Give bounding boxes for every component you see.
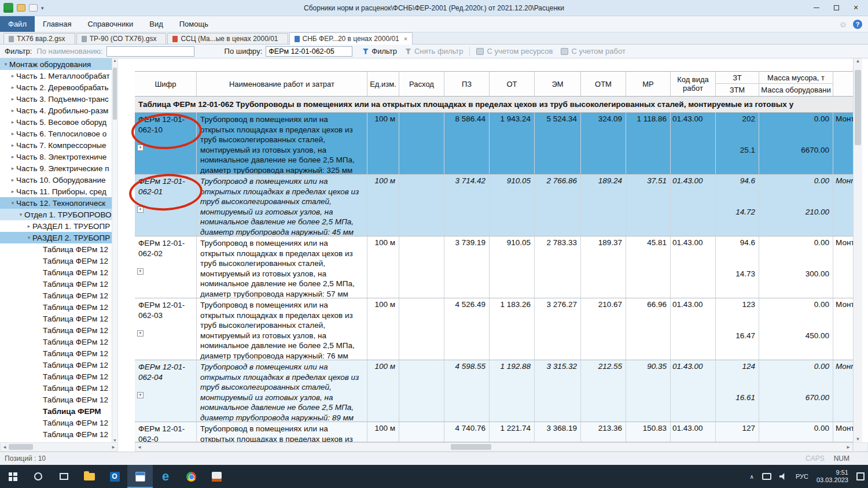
filter-by-name-input[interactable] xyxy=(106,46,194,57)
tree-item[interactable]: Таблица ФЕРм 12 xyxy=(0,347,112,359)
tray-chevron-icon[interactable]: ∧ xyxy=(750,474,754,480)
language-indicator[interactable]: РУС xyxy=(796,473,808,480)
table-scroll-right-icon[interactable]: ► xyxy=(846,445,851,450)
tree-expander-icon[interactable]: ▾ xyxy=(25,235,32,241)
tree-scroll-up-icon[interactable]: ▲ xyxy=(113,58,117,62)
tree-item[interactable]: Таблица ФЕРм 12 xyxy=(0,278,112,290)
tree-item[interactable]: Таблица ФЕРм 12 xyxy=(0,428,112,440)
estimate-file-button[interactable] xyxy=(204,465,229,488)
table-scroll-thumb[interactable] xyxy=(855,70,861,145)
tree-scroll-thumb[interactable] xyxy=(113,68,117,120)
tree-item[interactable]: ▸ РАЗДЕЛ 1. ТРУБОПР xyxy=(0,220,112,232)
tree-item[interactable]: ▾ Часть 12. Технологическ xyxy=(0,197,112,209)
tree-item[interactable]: ▸ Часть 8. Электротехниче xyxy=(0,151,112,162)
tree-item[interactable]: ▾ Отдел 1. ТРУБОПРОВО xyxy=(0,209,112,220)
table-scroll-left-icon[interactable]: ◄ xyxy=(135,445,142,450)
tree-hscroll-thumb[interactable] xyxy=(9,444,33,450)
tree-item[interactable]: Таблица ФЕРм 12 xyxy=(0,267,112,278)
table-horizontal-scrollbar[interactable]: ◄ ► xyxy=(135,442,853,452)
tree-item[interactable]: ▸ Часть 1. Металлообрабат xyxy=(0,70,112,82)
menu-item[interactable]: Справочники xyxy=(79,16,141,32)
tree-item[interactable]: ▸ Часть 9. Электрические п xyxy=(0,162,112,174)
document-tab[interactable]: ССЦ (Ма...ые в ценах 2000/01 xyxy=(167,33,288,44)
tree-item[interactable]: Таблица ФЕРм 12 xyxy=(0,290,112,301)
tree-expander-icon[interactable]: ▾ xyxy=(17,212,24,217)
tree-expander-icon[interactable]: ▸ xyxy=(9,142,16,148)
filter-by-code-input[interactable] xyxy=(266,46,352,57)
feedback-smiley-icon[interactable]: ☺ xyxy=(839,20,847,29)
tree-item[interactable]: Таблица ФЕРм 12 xyxy=(0,417,112,428)
with-resources-button[interactable]: С учетом ресурсов xyxy=(472,46,557,57)
chrome-button[interactable] xyxy=(178,465,204,488)
clock[interactable]: 9:51 03.03.2023 xyxy=(816,469,848,484)
tree-item[interactable]: Таблица ФЕРм 12 xyxy=(0,255,112,267)
tree-item[interactable]: Таблица ФЕРм 12 xyxy=(0,336,112,347)
expand-plus-icon[interactable]: + xyxy=(137,268,144,275)
tree-expander-icon[interactable]: ▾ xyxy=(2,61,9,67)
tree-expander-icon[interactable]: ▸ xyxy=(9,108,16,113)
tree-vertical-scrollbar[interactable]: ▲ ▼ xyxy=(112,58,117,442)
with-works-button[interactable]: С учетом работ xyxy=(557,46,629,57)
tree-expander-icon[interactable]: ▸ xyxy=(9,131,16,136)
qat-open-icon[interactable] xyxy=(17,4,25,12)
tree-scroll-left-icon[interactable]: ◄ xyxy=(1,445,7,450)
tree-item[interactable]: ▾ Монтаж оборудования xyxy=(0,58,112,70)
clear-filter-button[interactable]: Снять фильтр xyxy=(401,46,467,57)
tree-scroll-right-icon[interactable]: ► xyxy=(111,445,116,450)
tab-close-icon[interactable]: × xyxy=(404,35,407,42)
table-row[interactable]: ФЕРм 12-01-062-0 + Трубопровод в помещен… xyxy=(135,422,853,442)
table-scroll-down-icon[interactable]: ▼ xyxy=(854,437,862,442)
tree-item[interactable]: Таблица ФЕРм 12 xyxy=(0,371,112,382)
expand-plus-icon[interactable]: + xyxy=(137,392,144,398)
tree-item[interactable]: Таблица ФЕРм 12 xyxy=(0,324,112,336)
close-button[interactable]: ✕ xyxy=(846,1,866,15)
tree-expander-icon[interactable]: ▸ xyxy=(9,177,16,183)
search-button[interactable] xyxy=(25,465,51,488)
table-row[interactable]: ФЕРм 12-01-062-03 + Трубопровод в помеще… xyxy=(135,298,853,360)
tree-horizontal-scrollbar[interactable]: ◄ ► xyxy=(0,442,118,452)
volume-icon[interactable] xyxy=(779,473,788,480)
document-tab[interactable]: ТР-90 (СО ТХ76).gsx xyxy=(76,33,167,44)
tree-item[interactable]: ▾ РАЗДЕЛ 2. ТРУБОПР xyxy=(0,232,112,243)
tree-expander-icon[interactable]: ▸ xyxy=(9,73,16,79)
tree-expander-icon[interactable]: ▸ xyxy=(9,84,16,90)
display-icon[interactable] xyxy=(762,473,771,480)
menu-item[interactable]: Файл xyxy=(0,16,35,32)
tree-expander-icon[interactable]: ▸ xyxy=(9,154,16,160)
tree-item[interactable]: ▸ Часть 4. Дробильно-разм xyxy=(0,105,112,116)
start-button[interactable] xyxy=(0,465,25,488)
file-explorer-button[interactable] xyxy=(76,465,102,488)
tree-expander-icon[interactable]: ▾ xyxy=(9,200,16,206)
table-hscroll-thumb[interactable] xyxy=(451,444,491,450)
expand-plus-icon[interactable]: + xyxy=(137,206,144,213)
tree-item[interactable]: Таблица ФЕРм 12 xyxy=(0,382,112,394)
menu-item[interactable]: Вид xyxy=(141,16,171,32)
document-tab[interactable]: СНБ ФЕР...20 в ценах 2000/01 × xyxy=(289,32,413,45)
outlook-button[interactable]: O xyxy=(102,465,127,488)
tree-item[interactable]: Таблица ФЕРм 12 xyxy=(0,394,112,405)
tree-item[interactable]: Таблица ФЕРм 12 xyxy=(0,359,112,371)
tree-expander-icon[interactable]: ▸ xyxy=(9,188,16,194)
tree-item[interactable]: Таблица ФЕРм 12 xyxy=(0,313,112,324)
table-row[interactable]: ФЕРм 12-01-062-10 + Трубопровод в помеще… xyxy=(135,113,853,175)
document-tab[interactable]: ТХ76 вар.2.gsx xyxy=(3,33,75,44)
tree-expander-icon[interactable]: ▸ xyxy=(9,96,16,102)
edge-button[interactable]: e xyxy=(153,465,178,488)
tree-item[interactable]: ▸ Часть 5. Весовое оборуд xyxy=(0,116,112,128)
apply-filter-button[interactable]: Фильтр xyxy=(358,46,401,57)
menu-item[interactable]: Главная xyxy=(35,16,79,32)
expand-plus-icon[interactable]: + xyxy=(137,330,144,337)
qat-dropdown-icon[interactable]: ▾ xyxy=(41,5,44,11)
maximize-button[interactable] xyxy=(826,1,846,15)
table-row[interactable]: ФЕРм 12-01-062-02 + Трубопровод в помеще… xyxy=(135,236,853,298)
tree-item[interactable]: Таблица ФЕРм 12 xyxy=(0,243,112,255)
qat-save-icon[interactable] xyxy=(29,4,38,12)
tree-item[interactable]: Таблица ФЕРм 12 xyxy=(0,301,112,313)
action-center-icon[interactable] xyxy=(856,472,865,480)
tree-item[interactable]: ▸ Часть 7. Компрессорные xyxy=(0,139,112,151)
menu-item[interactable]: Помощь xyxy=(171,16,216,32)
grand-smeta-app-button[interactable] xyxy=(127,465,153,488)
table-vertical-scrollbar[interactable]: ▲ ▼ xyxy=(853,58,862,442)
tree-item[interactable]: ▸ Часть 2. Деревообрабать xyxy=(0,82,112,93)
tree-expander-icon[interactable]: ▸ xyxy=(25,223,32,229)
